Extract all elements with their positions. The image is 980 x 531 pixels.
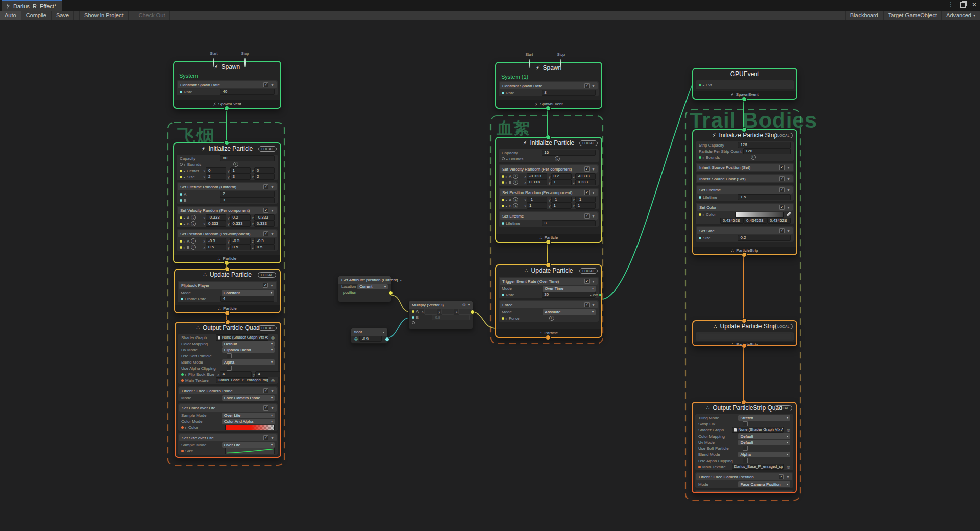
block-header-force[interactable]: Force✓▼	[500, 301, 598, 308]
chevron-down-icon[interactable]: ▼	[271, 209, 274, 212]
lifetime-input[interactable]: 1.5	[738, 194, 791, 200]
object-picker-icon[interactable]: ◎	[787, 428, 790, 432]
space-toggle-icon[interactable]: L	[513, 197, 518, 202]
flow-output-port[interactable]	[546, 239, 551, 245]
output-port-dot[interactable]	[470, 310, 475, 315]
strip-capacity-input[interactable]: 128	[738, 142, 791, 148]
chevron-down-icon[interactable]: ▼	[787, 166, 790, 170]
node-spawn-spawnL[interactable]: ⚡SpawnSystemConstant Spawn Rate✓▼Rate40⚡…	[173, 61, 281, 109]
space-toggle-icon[interactable]: L	[191, 221, 196, 226]
center-y-input[interactable]: 1	[230, 167, 251, 174]
space-toggle-icon[interactable]: L	[191, 238, 196, 244]
b-y-input[interactable]: 0.5	[230, 244, 251, 250]
gray-port-dot[interactable]	[502, 157, 505, 160]
block-header-set-lifetime-random-uniform[interactable]: Set Lifetime Random (Uniform)✓▼	[178, 183, 277, 190]
flip-book-size-y-input[interactable]: 4	[255, 371, 280, 377]
space-toggle-icon[interactable]: L	[751, 155, 756, 160]
space-toggle-icon[interactable]: L	[513, 174, 518, 179]
a-x-input[interactable]: -0.333	[206, 214, 226, 221]
cyan-port-dot[interactable]	[412, 316, 414, 319]
block-header-inherit-source-position-set[interactable]: Inherit Source Position (Set)✓▼	[697, 164, 793, 171]
expander-triangle-icon[interactable]: ▸	[185, 373, 187, 376]
a-input[interactable]: 2	[220, 191, 275, 197]
block-header-set-color-over-life[interactable]: Set Color over Life✓▼	[179, 404, 277, 412]
mode-dropdown[interactable]: Over Time▾	[543, 286, 596, 292]
node-gpuevent-gpuevent[interactable]: GPUEvent▸Evt⚡SpawnEvent	[692, 68, 797, 100]
a-z-input[interactable]: -0.333	[575, 173, 596, 179]
color-component-0-input[interactable]: 0.434528	[720, 218, 744, 224]
checkbox-checked[interactable]: ✓	[263, 283, 268, 288]
color-component-2-input[interactable]: 0.434528	[767, 218, 791, 224]
cyan-port-dot[interactable]	[502, 222, 504, 225]
flow-output-port[interactable]	[225, 310, 230, 316]
expander-triangle-icon[interactable]: ▸	[184, 246, 185, 249]
chevron-down-icon[interactable]: ▾	[383, 330, 384, 334]
checkbox-checked[interactable]: ✓	[779, 492, 784, 492]
node-update-particle-updateL[interactable]: ∴Update ParticleLOCALFlipbook Player✓▼Mo…	[174, 269, 281, 313]
flow-input-port[interactable]	[225, 267, 230, 272]
eyedropper-icon[interactable]	[787, 212, 791, 216]
chevron-down-icon[interactable]: ▼	[592, 191, 595, 195]
context-header[interactable]: GPUEvent	[693, 69, 796, 79]
checkbox-checked[interactable]: ✓	[584, 213, 590, 219]
chevron-down-icon[interactable]: ▼	[786, 475, 790, 479]
size-z-input[interactable]: 2	[254, 174, 275, 180]
blend-mode-dropdown[interactable]: Alpha▾	[738, 452, 790, 457]
location-dropdown[interactable]: Current▾	[357, 284, 388, 289]
block-header-flipbook-player[interactable]: Flipbook Player✓▼	[179, 282, 276, 289]
rate-input[interactable]: 30	[542, 292, 596, 298]
size-input[interactable]: 0.2	[738, 235, 791, 241]
node-initialize-particle-strip-initR[interactable]: ⚡Initialize Particle StripLOCALStrip Cap…	[692, 129, 797, 255]
checkbox-checked[interactable]: ✓	[263, 388, 268, 393]
use-alpha-clipping-checkbox[interactable]	[227, 366, 232, 371]
yellow-port-dot[interactable]	[180, 170, 182, 172]
expander-triangle-icon[interactable]: ▸	[506, 317, 507, 320]
curve-field[interactable]	[225, 448, 275, 454]
green-port-dot[interactable]	[699, 84, 701, 86]
event-output-port[interactable]: ▸evt	[590, 293, 601, 297]
checkbox-checked[interactable]: ✓	[584, 190, 590, 195]
a-y-input[interactable]: -0.5	[230, 238, 251, 244]
output-port-dot[interactable]	[388, 291, 393, 295]
gradient-field[interactable]	[735, 212, 784, 218]
show-in-project-button[interactable]: Show in Project	[80, 11, 128, 20]
a-x-input[interactable]: -0.5	[206, 238, 226, 244]
frame-rate-input[interactable]: 4	[220, 296, 274, 302]
block-header-constant-spawn-rate[interactable]: Constant Spawn Rate✓▼	[500, 82, 598, 89]
cyan-port-dot[interactable]	[180, 91, 182, 93]
spawn-port-start[interactable]: Start	[213, 58, 214, 67]
expander-triangle-icon[interactable]: ▸	[506, 175, 507, 178]
port-circle[interactable]	[560, 59, 561, 68]
flow-output-port[interactable]	[224, 106, 229, 111]
flow-input-port[interactable]	[742, 318, 747, 323]
operator-get-attribute-position-current[interactable]: Get Attribute: position (Current)▾Locati…	[338, 276, 391, 302]
blend-mode-dropdown[interactable]: Alpha▾	[222, 359, 275, 365]
spawn-port-start[interactable]: Start	[529, 59, 530, 68]
flow-input-port[interactable]	[546, 135, 551, 140]
chevron-down-icon[interactable]: ▼	[592, 167, 595, 171]
yellow-port-dot[interactable]	[412, 310, 414, 313]
chevron-down-icon[interactable]: ▼	[270, 284, 274, 287]
system-name-label[interactable]: System (1)	[496, 73, 601, 80]
cyan-port-dot[interactable]	[181, 298, 183, 300]
checkbox-checked[interactable]: ✓	[779, 205, 785, 210]
yellow-port-dot[interactable]	[180, 176, 182, 178]
yellow-port-dot[interactable]	[502, 205, 504, 207]
chevron-down-icon[interactable]: ▾	[468, 303, 470, 307]
chevron-down-icon[interactable]: ▼	[787, 188, 790, 192]
node-output-particle-quad-outputL[interactable]: ∴Output Particle QuadLOCALShader GraphNo…	[175, 322, 281, 458]
checkbox-checked[interactable]: ✓	[584, 302, 590, 307]
b-y-input[interactable]: 1	[551, 203, 572, 209]
yellow-port-dot[interactable]	[502, 175, 504, 178]
checkbox-checked[interactable]: ✓	[263, 82, 268, 87]
b-z-input[interactable]: 0.333	[575, 179, 596, 185]
chevron-down-icon[interactable]: ▼	[592, 84, 595, 88]
green-port-dot[interactable]	[699, 156, 701, 159]
chevron-down-icon[interactable]: ▾	[400, 278, 402, 282]
port-circle[interactable]	[244, 58, 246, 67]
spawn-port-stop[interactable]: Stop	[244, 58, 246, 67]
particle-per-strip-count-input[interactable]: 128	[743, 148, 791, 154]
close-icon[interactable]: ✕	[972, 1, 977, 8]
expander-triangle-icon[interactable]: ▸	[184, 239, 185, 243]
block-header-set-lifetime[interactable]: Set Lifetime✓▼	[697, 186, 793, 194]
